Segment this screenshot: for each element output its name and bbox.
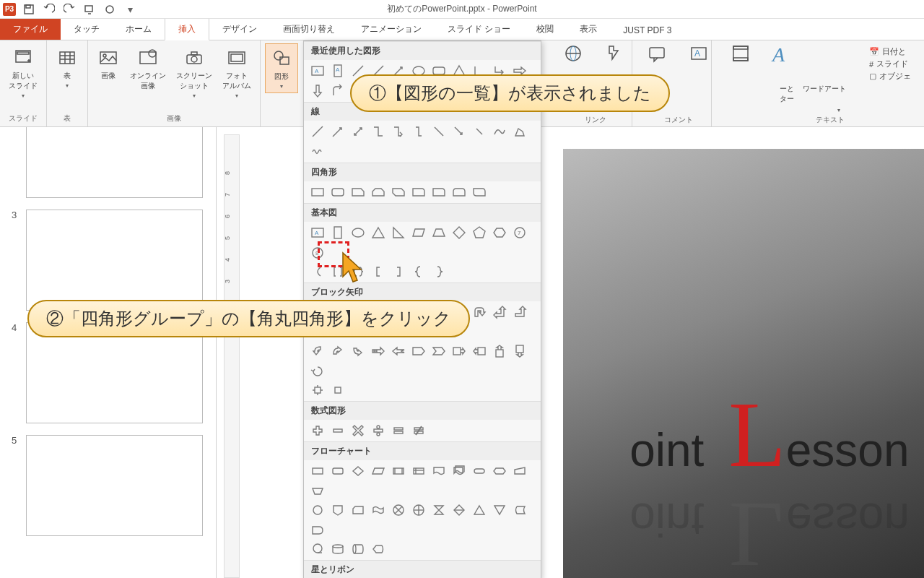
fc-connector-icon[interactable] <box>310 502 326 518</box>
double-arrow-line-icon[interactable] <box>350 124 366 139</box>
online-pictures-button[interactable]: オンライン 画像 <box>126 43 170 94</box>
minus-icon[interactable] <box>330 423 346 439</box>
fc-terminator-icon[interactable] <box>471 463 487 479</box>
right-bracket-icon[interactable] <box>391 264 406 280</box>
triangle-icon[interactable] <box>370 225 386 241</box>
oval-icon[interactable] <box>350 225 366 241</box>
fc-manual-operation-icon[interactable] <box>310 483 326 499</box>
multiply-icon[interactable] <box>350 423 366 439</box>
fc-stored-data-icon[interactable] <box>512 502 528 518</box>
fc-predefined-icon[interactable] <box>391 463 406 479</box>
elbow-connector-icon[interactable] <box>370 124 386 139</box>
rounded-rectangle-icon[interactable] <box>330 184 346 200</box>
slide-thumbnail-5[interactable] <box>26 435 203 536</box>
snip-diagonal-icon[interactable] <box>391 184 406 200</box>
fc-collate-icon[interactable] <box>431 502 447 518</box>
left-up-arrow-icon[interactable] <box>492 304 507 320</box>
fc-direct-access-icon[interactable] <box>350 541 366 557</box>
octagon-icon[interactable]: 8 <box>310 245 326 261</box>
vtextbox-icon[interactable] <box>330 225 346 241</box>
fc-document-icon[interactable] <box>431 463 447 479</box>
heptagon-icon[interactable]: 7 <box>512 225 528 241</box>
tab-view[interactable]: 表示 <box>567 19 610 40</box>
fc-decision-icon[interactable] <box>350 463 366 479</box>
circular-arrow-icon[interactable] <box>310 363 326 379</box>
fc-merge-icon[interactable] <box>492 502 507 518</box>
fc-tape-icon[interactable] <box>370 502 386 518</box>
snip-same-side-icon[interactable] <box>370 184 386 200</box>
right-triangle-icon[interactable] <box>391 225 406 241</box>
curve-left-icon[interactable] <box>310 264 326 280</box>
up-arrow-callout-icon[interactable] <box>492 343 507 359</box>
tab-home[interactable]: ホーム <box>113 19 165 40</box>
textbox-icon[interactable]: A <box>310 225 326 241</box>
quick-access-icon[interactable] <box>79 1 100 17</box>
rectangle-icon[interactable] <box>310 184 326 200</box>
curved-double-arrow-icon[interactable] <box>471 124 487 139</box>
freeform-icon[interactable] <box>512 124 528 139</box>
striped-right-arrow-icon[interactable] <box>370 343 386 359</box>
fc-extract-icon[interactable] <box>471 502 487 518</box>
tab-file[interactable]: ファイル <box>0 19 61 40</box>
fc-or-icon[interactable] <box>411 502 427 518</box>
divide-icon[interactable] <box>370 423 386 439</box>
round-same-side-icon[interactable] <box>451 184 467 200</box>
comment-icon[interactable] <box>647 43 667 64</box>
left-right-arrow-callout-icon[interactable] <box>330 382 346 398</box>
tab-justpdf[interactable]: JUST PDF 3 <box>610 21 684 40</box>
line-icon[interactable] <box>310 124 326 139</box>
right-brace-icon[interactable] <box>431 264 447 280</box>
left-bracket-icon[interactable] <box>370 264 386 280</box>
slide-thumbnail-4[interactable] <box>26 322 203 423</box>
slide-thumbnails-panel[interactable]: 2 3 4 5 <box>0 127 217 578</box>
slide-canvas[interactable]: oint Lesson oint Lesson <box>563 149 924 578</box>
bent-arrow-icon[interactable] <box>330 83 346 99</box>
date-time-button[interactable]: 📅日付と <box>869 46 911 57</box>
bent-up-arrow-icon[interactable] <box>512 304 528 320</box>
redo-icon[interactable] <box>59 1 79 17</box>
round-single-corner-icon[interactable] <box>431 184 447 200</box>
diamond-icon[interactable] <box>451 225 467 241</box>
trapezoid-icon[interactable] <box>431 225 447 241</box>
snip-round-single-icon[interactable] <box>411 184 427 200</box>
fc-alt-process-icon[interactable] <box>330 463 346 479</box>
curved-up-arrow-icon[interactable] <box>330 343 346 359</box>
picture-button[interactable]: 画像 <box>92 43 124 84</box>
left-arrow-callout-icon[interactable] <box>471 343 487 359</box>
fc-display-icon[interactable] <box>370 541 386 557</box>
photo-album-button[interactable]: フォト アルバム ▾ <box>218 43 256 102</box>
scribble-icon[interactable] <box>310 144 326 160</box>
fc-delay-icon[interactable] <box>310 522 326 538</box>
action-icon[interactable] <box>605 43 625 64</box>
arrow-line-icon[interactable] <box>330 124 346 139</box>
object-button[interactable]: ▢オブジェ <box>869 71 911 82</box>
fc-card-icon[interactable] <box>350 502 366 518</box>
pentagon-arrow-icon[interactable] <box>411 343 427 359</box>
curved-connector-icon[interactable] <box>431 124 447 139</box>
curved-arrow-connector-icon[interactable] <box>451 124 467 139</box>
shapes-button[interactable]: 図形 ▾ <box>265 43 298 93</box>
right-arrow-callout-icon[interactable] <box>451 343 467 359</box>
textbox-icon[interactable]: A <box>689 43 709 64</box>
uturn-arrow-icon[interactable] <box>471 304 487 320</box>
tab-slideshow[interactable]: スライド ショー <box>435 19 523 40</box>
vertical-textbox-shape-icon[interactable]: A <box>330 63 346 79</box>
down-arrow-icon[interactable] <box>310 83 326 99</box>
slide-number-button[interactable]: #スライド <box>869 59 911 69</box>
parallelogram-icon[interactable] <box>411 225 427 241</box>
qa-dropdown-icon[interactable]: ▾ <box>120 1 140 17</box>
not-equal-icon[interactable] <box>411 423 427 439</box>
quad-arrow-callout-icon[interactable] <box>310 382 326 398</box>
elbow-arrow-connector-icon[interactable] <box>391 124 406 139</box>
save-icon[interactable] <box>19 1 39 17</box>
left-brace-icon[interactable] <box>411 264 427 280</box>
notched-right-arrow-icon[interactable] <box>391 343 406 359</box>
tab-design[interactable]: デザイン <box>209 19 270 40</box>
slide-thumbnail-3[interactable] <box>26 210 203 311</box>
tab-touch[interactable]: タッチ <box>61 19 113 40</box>
tab-transitions[interactable]: 画面切り替え <box>270 19 348 40</box>
tab-insert[interactable]: 挿入 <box>165 18 209 40</box>
curved-left-arrow-icon[interactable] <box>310 343 326 359</box>
elbow-double-arrow-icon[interactable] <box>411 124 427 139</box>
header-footer-icon[interactable] <box>731 43 751 64</box>
